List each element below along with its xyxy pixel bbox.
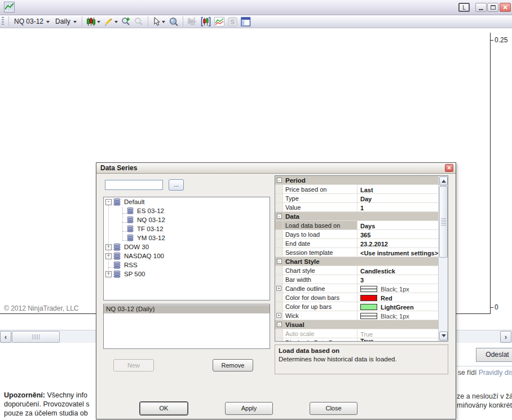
tree-item-dow-30[interactable]: +DOW 30 xyxy=(104,242,270,251)
prop-row-days-to-load[interactable]: Days to load365 xyxy=(275,230,439,239)
prop-section-data[interactable]: -Data xyxy=(275,212,439,221)
tree-item-nasdaq-100[interactable]: +NASDAQ 100 xyxy=(104,251,270,260)
prop-value[interactable]: 365 xyxy=(357,230,439,238)
prop-value-text: Day xyxy=(360,196,372,202)
instrument-db-icon xyxy=(113,253,121,260)
prop-value[interactable]: 1 xyxy=(357,203,439,211)
instrument-search-input[interactable] xyxy=(105,180,163,190)
prop-value[interactable]: Candlestick xyxy=(357,266,439,275)
property-grid[interactable]: -PeriodPrice based onLastTypeDayValue1-D… xyxy=(275,175,448,342)
ok-button[interactable]: OK xyxy=(140,402,188,415)
warning-label: Upozornění: xyxy=(4,391,45,399)
prop-value[interactable]: 3 xyxy=(357,275,439,284)
tree-item-label: TF 03-12 xyxy=(137,226,164,232)
prop-value-text: 23.2.2012 xyxy=(360,241,388,247)
collapse-icon[interactable]: - xyxy=(277,259,282,264)
expand-icon[interactable]: + xyxy=(276,286,281,291)
remove-button[interactable]: Remove xyxy=(213,359,253,372)
prop-value[interactable]: Days xyxy=(357,221,439,229)
dialog-close-button[interactable]: ✕ xyxy=(445,164,453,172)
scroll-right-button[interactable]: › xyxy=(500,331,511,343)
prop-row-session-template[interactable]: Session template<Use instrument settings… xyxy=(275,248,439,257)
instrument-tree[interactable]: -DefaultES 03-12NQ 03-12TF 03-12YM 03-12… xyxy=(103,197,270,300)
collapse-icon[interactable]: - xyxy=(277,214,282,219)
maximize-button[interactable] xyxy=(487,3,498,12)
prop-value[interactable]: True xyxy=(357,329,439,338)
tree-item-default[interactable]: -Default xyxy=(104,197,270,206)
tree-item-es-03-12[interactable]: ES 03-12 xyxy=(104,206,270,215)
data-series-button[interactable] xyxy=(199,16,213,28)
pointer-button[interactable] xyxy=(151,16,167,28)
prop-indent: + xyxy=(275,284,283,293)
prop-row-price-based-on[interactable]: Price based onLast xyxy=(275,185,439,194)
line-color-swatch xyxy=(360,286,377,292)
prop-value[interactable]: <Use instrument settings> xyxy=(357,248,439,257)
prop-value[interactable]: Black; 1px xyxy=(357,284,439,293)
send-button[interactable]: Odeslat xyxy=(476,348,512,362)
browse-button[interactable]: ... xyxy=(169,179,184,191)
prop-indent xyxy=(275,194,283,202)
prop-section-chart-style[interactable]: -Chart Style xyxy=(275,257,439,266)
dialog-close-footer-button[interactable]: Close xyxy=(310,402,357,415)
prop-row-candle-outline[interactable]: +Candle outlineBlack; 1px xyxy=(275,284,439,293)
tree-item-tf-03-12[interactable]: TF 03-12 xyxy=(104,224,270,233)
prop-row-type[interactable]: TypeDay xyxy=(275,194,439,203)
toolbar-separator xyxy=(8,16,9,26)
axis-tick xyxy=(490,307,493,308)
prop-row-display-in-data-box[interactable]: Display in Data BoxTrue xyxy=(275,338,439,342)
close-window-button[interactable]: ✕ xyxy=(500,3,511,12)
collapse-icon[interactable]: - xyxy=(277,322,282,327)
collapse-icon[interactable]: - xyxy=(277,178,282,183)
tree-item-ym-03-12[interactable]: YM 03-12 xyxy=(104,233,270,242)
new-button[interactable]: New xyxy=(113,359,154,372)
prop-label: Display in Data Box xyxy=(283,338,357,342)
prop-value[interactable]: LightGreen xyxy=(357,302,439,311)
zoom-in-button[interactable] xyxy=(120,16,133,28)
applied-series-list[interactable]: NQ 03-12 (Daily) xyxy=(103,304,270,349)
prop-section-period[interactable]: -Period xyxy=(275,176,439,185)
prop-value[interactable]: Last xyxy=(357,185,439,193)
prop-section-visual[interactable]: -Visual xyxy=(275,320,439,329)
apply-button[interactable]: Apply xyxy=(225,402,273,415)
prop-value[interactable]: Black; 1px xyxy=(357,311,439,320)
instrument-dropdown[interactable]: NQ 03-12 xyxy=(11,16,52,26)
zoom-window-button[interactable] xyxy=(167,16,180,28)
prop-value[interactable]: Day xyxy=(357,194,439,202)
prop-row-auto-scale[interactable]: Auto scaleTrue xyxy=(275,329,439,338)
prop-value[interactable]: True xyxy=(357,338,439,342)
tree-item-rss[interactable]: RSS xyxy=(104,260,270,269)
tree-item-label: YM 03-12 xyxy=(137,235,165,241)
prop-value[interactable]: Red xyxy=(357,293,439,302)
prop-row-value[interactable]: Value1 xyxy=(275,203,439,212)
collapse-icon[interactable]: - xyxy=(105,199,112,205)
chart-style-button[interactable] xyxy=(85,16,102,28)
rules-link[interactable]: Pravidly disku xyxy=(479,369,512,377)
tree-item-nq-03-12[interactable]: NQ 03-12 xyxy=(104,215,270,224)
property-grid-scrollbar[interactable] xyxy=(438,176,448,341)
svg-text:S: S xyxy=(231,18,235,25)
prop-row-chart-style[interactable]: Chart styleCandlestick xyxy=(275,266,439,275)
indicators-button[interactable] xyxy=(213,16,226,28)
drawing-tools-button[interactable] xyxy=(102,16,120,28)
prop-value[interactable]: 23.2.2012 xyxy=(357,239,439,247)
prop-value-text: 3 xyxy=(360,277,364,284)
toolbar-grip-handle[interactable] xyxy=(2,17,4,26)
link-button[interactable]: L xyxy=(458,3,470,12)
prop-row-end-date[interactable]: End date23.2.2012 xyxy=(275,239,439,248)
scroll-left-button[interactable]: ‹ xyxy=(0,331,11,343)
tree-item-sp-500[interactable]: +SP 500 xyxy=(104,269,270,278)
prop-row-color-for-down-bars[interactable]: Color for down barsRed xyxy=(275,293,439,302)
scroll-down-button[interactable] xyxy=(439,331,448,341)
prop-row-color-for-up-bars[interactable]: Color for up barsLightGreen xyxy=(275,302,439,311)
chart-panel-button[interactable] xyxy=(239,16,253,28)
scroll-up-button[interactable] xyxy=(439,176,448,185)
scrollbar-thumb[interactable] xyxy=(12,331,60,343)
minimize-button[interactable] xyxy=(475,3,487,12)
prop-row-load-data-based-on[interactable]: Load data based onDays xyxy=(275,221,439,230)
series-list-item[interactable]: NQ 03-12 (Daily) xyxy=(104,305,270,313)
expand-icon[interactable]: + xyxy=(276,313,281,318)
prop-row-bar-width[interactable]: Bar width3 xyxy=(275,275,439,284)
scrollbar-thumb[interactable] xyxy=(439,186,448,258)
interval-dropdown[interactable]: Daily xyxy=(52,16,80,26)
prop-row-wick[interactable]: +WickBlack; 1px xyxy=(275,311,439,320)
